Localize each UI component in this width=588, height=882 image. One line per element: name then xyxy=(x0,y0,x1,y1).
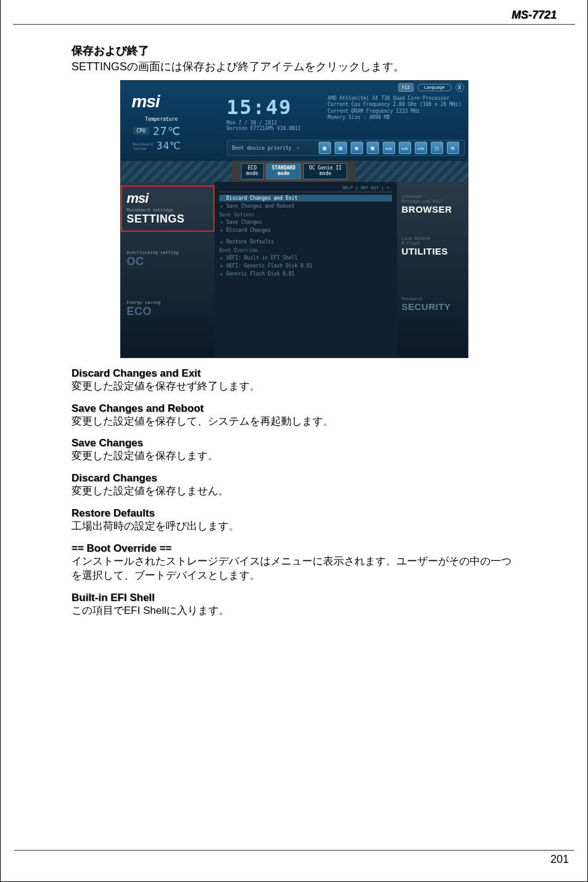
clock-block: 15:49 Mon 7 / 30 / 2012 Version E7721AMS… xyxy=(227,96,301,131)
menu-boot-item[interactable]: UEFI: Generic Flash Disk 8.01 xyxy=(219,263,392,269)
section-title: 保存および終了 xyxy=(71,43,517,58)
menu-save-options-header: Save Options xyxy=(219,212,392,218)
oc-genie-mode-tab[interactable]: OC Genie IImode xyxy=(303,163,347,179)
stripe-decoration xyxy=(356,161,467,182)
msi-logo-icon: msi xyxy=(132,92,160,112)
eco-mode-tab[interactable]: ECOmode xyxy=(241,163,264,179)
menu-discard-changes[interactable]: Discard Changes xyxy=(219,227,392,234)
menu-boot-override-header: Boot Override xyxy=(219,248,392,253)
nav-settings-subtitle: Mainboard settings xyxy=(127,208,208,213)
stripe-decoration xyxy=(121,161,232,182)
boot-priority-label: Boot device priority xyxy=(232,145,292,151)
boot-device-icon[interactable]: ▤ xyxy=(335,142,347,154)
menu-save-changes[interactable]: Save Changes xyxy=(219,219,392,226)
nav-eco[interactable]: Energy saving ECO xyxy=(121,274,214,324)
bios-screenshot-container: F12 Language X msi Temperature CPU 27℃ M… xyxy=(71,80,517,358)
section-description: SETTINGSの画面には保存および終了アイテムをクリックします。 xyxy=(71,59,517,74)
system-info: AMD Athlon(tm) X4 730 Quad Core Processo… xyxy=(328,96,462,121)
explain-title: Built-in EFI Shell xyxy=(71,592,517,604)
bios-center-panel: HELP | HOT KEY | ↰ Discard Changes and E… xyxy=(214,182,397,357)
explain-body: 変更した設定値を保存しません。 xyxy=(71,484,517,499)
info-dram-freq: Current DRAM Frequency 1333 MHz xyxy=(328,108,462,115)
explain-body: インストールされたストレージデバイスはメニューに表示されます。ユーザーがその中の… xyxy=(71,555,517,583)
boot-usb-icon[interactable]: usb xyxy=(399,142,411,154)
bios-screenshot: F12 Language X msi Temperature CPU 27℃ M… xyxy=(120,80,468,358)
nav-browser-label: BROWSER xyxy=(402,204,463,214)
info-processor: AMD Athlon(tm) X4 730 Quad Core Processo… xyxy=(328,96,462,102)
language-button[interactable]: Language xyxy=(417,84,452,91)
explain-body: この項目でEFI Shellに入ります。 xyxy=(71,604,517,618)
explain-body: 変更した設定値を保存せず終了します。 xyxy=(71,380,517,394)
explain-body: 工場出荷時の設定を呼び出します。 xyxy=(71,520,517,534)
explain-title: Restore Defaults xyxy=(71,507,517,520)
explain-body: 変更した設定値を保存します。 xyxy=(71,449,517,463)
close-icon[interactable]: X xyxy=(455,83,464,92)
nav-utilities[interactable]: Live UpdateM-Flash UTILITIES xyxy=(397,227,468,269)
nav-oc[interactable]: Overclocking setting OC xyxy=(121,232,214,274)
nav-msi-logo-icon: msi xyxy=(127,190,208,206)
nav-eco-subtitle: Energy saving xyxy=(127,300,208,305)
boot-device-icon[interactable]: ▣ xyxy=(367,142,379,154)
explain-title: Save Changes xyxy=(71,437,517,449)
mode-tabs: ECOmode STANDARDmode OC Genie IImode xyxy=(121,161,468,182)
nav-security-label: SECURITY xyxy=(402,301,463,312)
boot-arrows-icon: » xyxy=(296,145,300,151)
menu-restore-defaults[interactable]: Restore Defaults xyxy=(219,239,392,245)
info-cpu-freq: Current Cpu Frequency 2.80 GHz (100 x 28… xyxy=(328,102,462,108)
bios-header: F12 Language X msi Temperature CPU 27℃ M… xyxy=(121,81,468,161)
f12-badge[interactable]: F12 xyxy=(398,83,414,92)
bios-right-nav: InternetMessage and Mail BROWSER Live Up… xyxy=(397,182,468,357)
system-temperature-value: 34℃ xyxy=(157,140,181,152)
cpu-label: CPU xyxy=(133,127,149,135)
nav-oc-label: OC xyxy=(127,255,208,268)
bios-left-nav: msi Mainboard settings SETTINGS Overcloc… xyxy=(121,182,214,357)
explain-title: Discard Changes and Exit xyxy=(71,367,517,380)
boot-device-icon[interactable]: ◉ xyxy=(351,142,363,154)
clock-time: 15:49 xyxy=(227,96,301,119)
boot-device-icon[interactable]: ▢ xyxy=(431,142,443,154)
menu-discard-exit[interactable]: Discard Changes and Exit xyxy=(219,195,392,202)
nav-browser[interactable]: InternetMessage and Mail BROWSER xyxy=(397,186,468,227)
boot-usb-icon[interactable]: usb xyxy=(383,142,395,154)
boot-usb-icon[interactable]: usb xyxy=(415,142,427,154)
nav-security[interactable]: Password SECURITY xyxy=(397,269,468,318)
clock-date: Mon 7 / 30 / 2012 xyxy=(227,120,301,126)
model-number: MS-7721 xyxy=(13,0,575,25)
nav-browser-subtitle: InternetMessage and Mail xyxy=(402,194,463,204)
boot-priority-bar[interactable]: Boot device priority » ▦ ▤ ◉ ▣ usb usb u… xyxy=(227,140,465,156)
temperature-label: Temperature xyxy=(133,116,182,122)
boot-device-icon[interactable]: ▦ xyxy=(319,142,331,154)
explanations: Discard Changes and Exit 変更した設定値を保存せず終了し… xyxy=(71,367,517,619)
explain-title: Save Changes and Reboot xyxy=(71,402,517,415)
info-memory: Memory Size : 4096 MB xyxy=(328,115,462,121)
bios-version: Version E7721AMS V10.0B11 xyxy=(227,126,301,131)
menu-boot-item[interactable]: UEFI: Built-in EFI Shell xyxy=(219,255,392,261)
bios-main: msi Mainboard settings SETTINGS Overcloc… xyxy=(121,182,468,357)
nav-oc-subtitle: Overclocking setting xyxy=(127,250,208,255)
system-label: MainboardSystem xyxy=(133,142,153,150)
explain-title: == Boot Override == xyxy=(71,542,517,555)
page-number: 201 xyxy=(550,853,569,866)
nav-settings-label: SETTINGS xyxy=(127,213,208,226)
nav-eco-label: ECO xyxy=(127,305,208,318)
menu-save-reboot[interactable]: Save Changes and Reboot xyxy=(219,203,392,210)
standard-mode-tab[interactable]: STANDARDmode xyxy=(266,163,301,179)
footer-divider xyxy=(14,850,574,851)
nav-security-subtitle: Password xyxy=(402,296,463,301)
help-bar[interactable]: HELP | HOT KEY | ↰ xyxy=(219,184,392,192)
nav-utilities-label: UTILITIES xyxy=(402,246,463,256)
nav-settings[interactable]: msi Mainboard settings SETTINGS xyxy=(121,186,214,232)
menu-boot-item[interactable]: Generic Flash Disk 8.01 xyxy=(219,271,392,277)
temperature-block: Temperature CPU 27℃ MainboardSystem 34℃ xyxy=(133,116,182,152)
cpu-temperature-value: 27℃ xyxy=(153,125,181,137)
explain-body: 変更した設定値を保存して、システムを再起動します。 xyxy=(71,415,517,429)
explain-title: Discard Changes xyxy=(71,472,517,484)
boot-expand-icon[interactable]: ⊞ xyxy=(447,142,459,154)
nav-utilities-subtitle: Live UpdateM-Flash xyxy=(402,236,463,246)
